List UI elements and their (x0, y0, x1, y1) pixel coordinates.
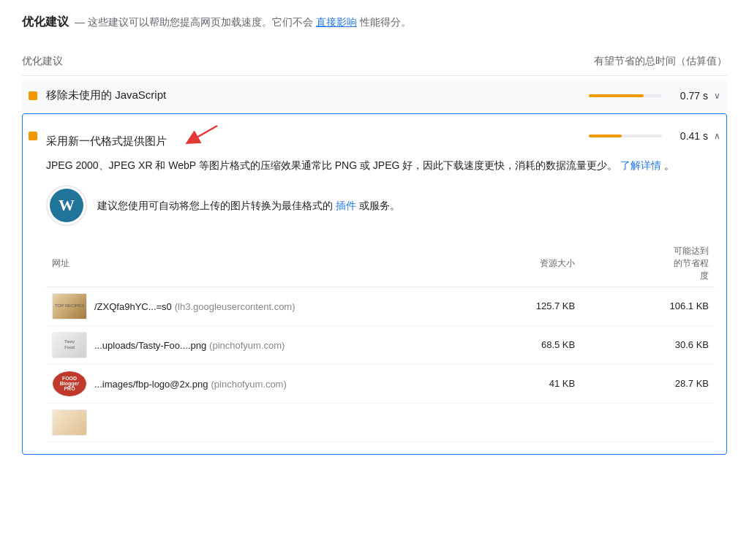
audit-indicator-next-gen-images (29, 132, 37, 140)
audit-item-unused-js: 移除未使用的 JavaScript 0.77 s ∨ (22, 79, 727, 112)
resource-size-4 (447, 403, 581, 442)
page-description: — 这些建议可以帮助您提高网页加载速度。它们不会 直接影响 性能得分。 (75, 16, 411, 29)
wp-suggestion-text: 建议您使用可自动将您上传的图片转换为最佳格式的 插件 或服务。 (97, 197, 400, 213)
bar-track-next-gen-images (589, 135, 662, 137)
direct-impact-link[interactable]: 直接影响 (316, 16, 357, 28)
table-row: TastyFood ...uploads/Tasty-Foo....png (p… (46, 325, 715, 364)
chevron-unused-js: ∨ (714, 91, 720, 101)
resource-savings-4 (581, 403, 715, 442)
resource-size-1: 125.7 KB (447, 287, 581, 325)
col-header-savings: 可能达到 的节省程 度 (581, 241, 715, 287)
resource-cell-2: TastyFood ...uploads/Tasty-Foo....png (p… (46, 326, 447, 364)
chevron-next-gen-images: ∧ (714, 131, 720, 141)
audit-indicator-unused-js (29, 91, 37, 100)
page-description-suffix: 性能得分。 (360, 16, 411, 28)
audit-item-next-gen-images: 采用新一代格式提供图片 0.41 s ∧ (22, 113, 727, 455)
table-row (46, 403, 715, 442)
svg-line-0 (192, 126, 217, 140)
audit-time-next-gen-images: 0.41 s (668, 130, 708, 142)
resource-thumb-1: TOP RECIPES (52, 293, 87, 319)
bar-track-unused-js (589, 94, 662, 97)
audit-score-bar-unused-js (589, 94, 662, 97)
plugin-link[interactable]: 插件 (336, 200, 356, 211)
audit-row-next-gen-images[interactable]: 采用新一代格式提供图片 0.41 s ∧ (23, 114, 726, 157)
col-header-size: 资源大小 (447, 241, 581, 287)
thumb-food-image: TOP RECIPES (53, 294, 86, 319)
audit-time-unused-js: 0.77 s (668, 90, 708, 102)
resource-size-3: 41 KB (447, 364, 581, 403)
wordpress-logo-inner: W (50, 189, 83, 222)
audit-score-bar-next-gen-images (589, 135, 662, 137)
wordpress-logo: W (46, 185, 87, 226)
red-arrow-annotation (184, 124, 221, 148)
bar-fill-unused-js (589, 94, 644, 97)
audit-row-unused-js[interactable]: 移除未使用的 JavaScript 0.77 s ∨ (23, 80, 726, 111)
resource-savings-1: 106.1 KB (581, 287, 715, 325)
bar-fill-next-gen-images (589, 135, 622, 137)
resource-cell-3: FOODBloggerPRO ...images/fbp-logo@2x.png… (46, 365, 447, 403)
section-label-right: 有望节省的总时间（估算值） (594, 55, 727, 68)
resource-cell-1: TOP RECIPES /ZXQfa9hYC...=s0 (lh3.google… (46, 287, 447, 325)
section-label-left: 优化建议 (22, 55, 63, 68)
page-description-text: — 这些建议可以帮助您提高网页加载速度。它们不会 (75, 16, 313, 28)
audit-title-next-gen-images: 采用新一代格式提供图片 (46, 123, 589, 148)
audit-title-unused-js: 移除未使用的 JavaScript (46, 88, 589, 102)
table-row: TOP RECIPES /ZXQfa9hYC...=s0 (lh3.google… (46, 287, 715, 325)
audit-body-next-gen-images: JPEG 2000、JPEG XR 和 WebP 等图片格式的压缩效果通常比 P… (23, 157, 726, 454)
resource-size-2: 68.5 KB (447, 325, 581, 364)
thumb-last-image (53, 410, 86, 435)
thumb-fbp-image: FOODBloggerPRO (53, 371, 86, 396)
page-header: 优化建议 — 这些建议可以帮助您提高网页加载速度。它们不会 直接影响 性能得分。 (22, 15, 727, 30)
resource-url-1: /ZXQfa9hYC...=s0 (lh3.googleusercontent.… (94, 300, 296, 312)
table-row: FOODBloggerPRO ...images/fbp-logo@2x.png… (46, 364, 715, 403)
resources-table: 网址 资源大小 可能达到 的节省程 度 TOP RECIPES (46, 241, 715, 442)
resource-savings-3: 28.7 KB (581, 364, 715, 403)
resource-thumb-3: FOODBloggerPRO (52, 371, 87, 397)
resource-url-2: ...uploads/Tasty-Foo....png (pinchofyum.… (94, 339, 285, 351)
audit-description-next-gen-images: JPEG 2000、JPEG XR 和 WebP 等图片格式的压缩效果通常比 P… (46, 157, 715, 173)
wp-suggestion: W 建议您使用可自动将您上传的图片转换为最佳格式的 插件 或服务。 (46, 185, 715, 226)
thumb-tasty-image: TastyFood (53, 333, 86, 357)
section-header: 优化建议 有望节省的总时间（估算值） (22, 48, 727, 76)
resource-cell-4 (46, 404, 447, 442)
resource-thumb-2: TastyFood (52, 332, 87, 358)
col-header-url: 网址 (46, 241, 447, 287)
page-title: 优化建议 (22, 15, 69, 30)
resource-savings-2: 30.6 KB (581, 325, 715, 364)
learn-more-link[interactable]: 了解详情 (620, 159, 661, 171)
resource-url-3: ...images/fbp-logo@2x.png (pinchofyum.co… (94, 378, 287, 390)
resource-thumb-4 (52, 409, 87, 436)
